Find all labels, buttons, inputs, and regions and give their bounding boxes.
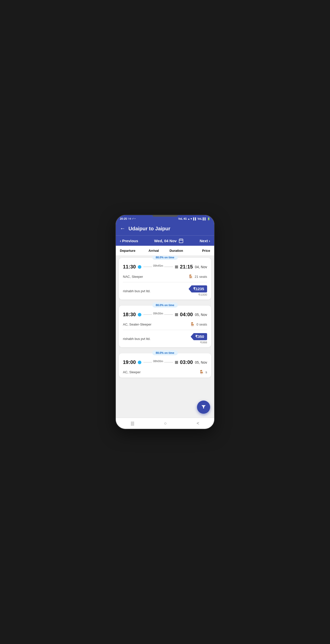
price-block: ₹1235 ₹1300 [189,285,207,296]
header-title: Udaipur to Jaipur [128,226,170,232]
route-line: 09h30m [143,314,173,315]
prev-chevron: ‹ [120,239,121,243]
seats-info: 🪑 21 seats [188,274,207,279]
departure-dot [138,313,141,316]
col-duration: Duration [165,249,188,253]
svg-rect-0 [179,239,183,243]
prev-label: Previous [122,239,138,243]
price-badge: ₹1235 [189,285,207,292]
seats-info: 🪑 0 seats [190,322,207,327]
route-row: 11:30 09h45m 21:15 04, Nov [123,264,207,270]
departure-time: 19:00 [123,359,136,365]
next-button[interactable]: Next › [200,239,210,243]
bus-list: 88.0% on time 11:30 09h45m 21:15 04, Nov… [116,256,214,417]
nav-home-icon[interactable]: ○ [164,421,167,426]
header: ← Udaipur to Jaipur [116,222,214,235]
bus-card[interactable]: 88.0% on time 11:30 09h45m 21:15 04, Nov… [119,258,211,300]
departure-time: 18:30 [123,312,136,317]
seat-icon: 🪑 [188,274,193,279]
time: 20:25 [120,217,127,220]
price-block: ₹350 ₹368 [191,333,207,344]
arrival-date: 05, Nov [195,360,207,364]
nav-recent-icon[interactable]: ||| [131,421,134,426]
date-display: Wed, 04 Nov [154,238,184,243]
bottom-nav: ||| ○ < [116,418,214,429]
arrival-square [175,265,178,268]
signal-icons: \ ⊙ ✓ • [128,217,135,220]
battery-icon: 🔋 [207,217,210,220]
next-chevron: › [209,239,210,243]
arrival-date: 05, Nov [195,313,207,317]
price-old: ₹1300 [198,293,207,296]
bus-card[interactable]: 88.0% on time 18:30 09h30m 04:00 05, Nov… [119,306,211,347]
arrival-square [175,313,178,316]
phone-frame: 20:25 \ ⊙ ✓ • VoL 4G ▲▼ ▌▌ VoL ▌▌ 🔋 ← Ud… [115,215,215,429]
card-bottom: rishabh bus pvt ltd. ₹350 ₹368 [119,330,211,347]
departure-time: 11:30 [123,264,136,270]
card-top: 19:00 08h00m 03:00 05, Nov [119,353,211,370]
seat-row: AC, Seater-Sleeper 🪑 0 seats [119,322,211,330]
next-label: Next [200,239,208,243]
card-top: 18:30 09h30m 04:00 05, Nov [119,306,211,322]
duration-label: 09h30m [152,312,164,315]
svg-marker-4 [202,405,206,408]
col-price: Price [188,249,210,253]
seats-count: s [206,370,207,374]
arrival-time: 03:00 [180,359,193,365]
arrival-time: 04:00 [180,312,193,317]
arrival-square [175,361,178,364]
filter-fab[interactable] [197,401,210,414]
nav-back-icon[interactable]: < [197,421,200,426]
filter-icon [201,404,206,411]
date-nav: ‹ Previous Wed, 04 Nov Next › [116,235,214,246]
route-line: 08h00m [143,362,173,363]
duration-label: 08h00m [152,360,164,363]
card-top: 11:30 09h45m 21:15 04, Nov [119,258,211,274]
on-time-badge: 88.0% on time [152,303,178,308]
route-line: 09h45m [143,267,173,267]
departure-dot [138,361,141,364]
seat-row: AC, Sleeper 🪑 s [119,370,211,378]
status-left: 20:25 \ ⊙ ✓ • [120,217,135,220]
volte-icon: VoL 4G ▲▼ ▌▌ VoL ▌▌ [178,217,206,220]
on-time-badge: 88.0% on time [152,256,178,260]
table-header: Departure Arrival Duration Price [116,246,214,256]
bus-card[interactable]: 88.0% on time 19:00 08h00m 03:00 05, Nov… [119,353,211,378]
calendar-icon[interactable] [179,238,184,243]
card-bottom: rishabh bus pvt ltd. ₹1235 ₹1300 [119,282,211,300]
on-time-badge: 88.0% on time [152,350,178,355]
prev-button[interactable]: ‹ Previous [120,239,138,243]
bus-type: AC, Sleeper [123,370,141,374]
seats-count: 0 seats [196,323,207,326]
status-right: VoL 4G ▲▼ ▌▌ VoL ▌▌ 🔋 [178,217,210,220]
route-row: 19:00 08h00m 03:00 05, Nov [123,359,207,365]
current-date: Wed, 04 Nov [154,239,177,243]
price-old: ₹368 [200,341,207,344]
arrival-time: 21:15 [180,264,193,270]
seat-icon: 🪑 [199,370,204,375]
back-button[interactable]: ← [120,225,125,232]
operator-name: rishabh bus pvt ltd. [123,289,150,293]
col-arrival: Arrival [142,249,165,253]
col-departure: Departure [120,249,142,253]
departure-dot [138,265,141,269]
seats-info: 🪑 s [199,370,207,375]
seats-count: 21 seats [195,275,207,279]
seat-icon: 🪑 [190,322,195,327]
duration-label: 09h45m [152,264,164,267]
price-badge: ₹350 [191,333,207,340]
route-row: 18:30 09h30m 04:00 05, Nov [123,312,207,317]
bus-type: NAC, Sleeper [123,275,143,279]
notch [152,215,178,217]
arrival-date: 04, Nov [195,265,207,269]
operator-name: rishabh bus pvt ltd. [123,337,150,341]
seat-row: NAC, Sleeper 🪑 21 seats [119,274,211,282]
bus-type: AC, Seater-Sleeper [123,323,151,326]
